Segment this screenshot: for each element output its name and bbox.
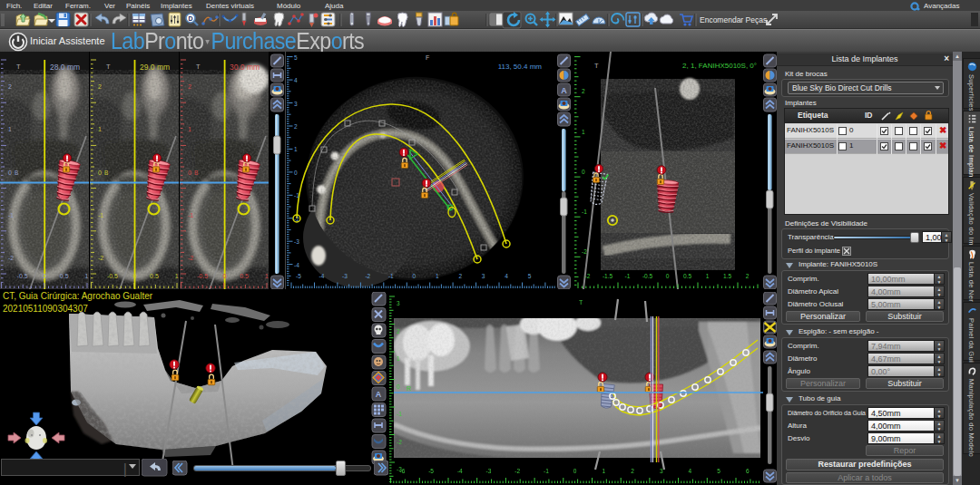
- svg-text:B: B: [194, 170, 198, 176]
- svg-text:4: 4: [294, 77, 298, 83]
- svg-text:2: 2: [397, 328, 400, 335]
- svg-text:3: 3: [482, 273, 485, 279]
- svg-text:1: 1: [602, 468, 605, 474]
- svg-text:-0.5: -0.5: [17, 273, 28, 279]
- svg-text:-1: -1: [625, 273, 631, 279]
- svg-text:0: 0: [294, 170, 298, 176]
- svg-text:29.0 mm: 29.0 mm: [140, 63, 170, 72]
- svg-text:-1: -1: [98, 212, 103, 218]
- svg-text:1: 1: [397, 355, 400, 362]
- svg-text:1: 1: [265, 273, 269, 279]
- svg-text:20210511090304307: 20210511090304307: [3, 304, 88, 314]
- svg-text:1: 1: [436, 273, 439, 279]
- svg-text:0: 0: [8, 170, 12, 176]
- svg-text:B: B: [15, 170, 18, 176]
- svg-text:-2: -2: [98, 255, 103, 261]
- svg-text:-3: -3: [342, 273, 348, 279]
- svg-text:R: R: [407, 385, 411, 392]
- svg-text:A: A: [376, 390, 382, 399]
- svg-text:T: T: [106, 63, 111, 71]
- svg-text:A: A: [561, 86, 567, 95]
- svg-text:1: 1: [98, 126, 102, 132]
- svg-text:2: 2: [582, 88, 585, 94]
- svg-text:-5: -5: [428, 468, 434, 474]
- svg-text:5: 5: [294, 54, 298, 61]
- svg-text:Encomendar Peças: Encomendar Peças: [700, 15, 767, 24]
- svg-text:3: 3: [660, 468, 663, 474]
- svg-text:30.0 mm: 30.0 mm: [230, 63, 260, 72]
- svg-text:-2: -2: [188, 255, 193, 261]
- svg-text:-6: -6: [400, 468, 406, 474]
- svg-text:2, 1, FANIHX5010S, 0°: 2, 1, FANIHX5010S, 0°: [682, 62, 757, 70]
- svg-text:0: 0: [412, 273, 416, 279]
- svg-text:0.5: 0.5: [683, 273, 691, 279]
- svg-text:-1: -1: [8, 212, 14, 218]
- svg-text:-1: -1: [188, 212, 193, 218]
- svg-text:6: 6: [746, 468, 750, 474]
- svg-text:2: 2: [631, 468, 634, 474]
- svg-text:2: 2: [458, 273, 462, 279]
- svg-text:-3: -3: [294, 238, 299, 245]
- svg-text:5: 5: [528, 273, 532, 279]
- svg-text:-1.5: -1.5: [603, 273, 613, 279]
- svg-text:-4: -4: [457, 468, 463, 474]
- svg-text:0.5: 0.5: [60, 273, 69, 279]
- svg-text:1: 1: [582, 129, 585, 135]
- svg-text:-2: -2: [585, 273, 591, 279]
- svg-text:-2: -2: [582, 248, 587, 255]
- svg-text:1: 1: [294, 146, 298, 152]
- svg-text:0: 0: [98, 170, 102, 176]
- svg-text:-2: -2: [294, 216, 299, 222]
- svg-text:1: 1: [188, 126, 191, 132]
- svg-text:0: 0: [43, 273, 46, 279]
- svg-text:5: 5: [717, 468, 720, 474]
- svg-text:-2: -2: [8, 255, 14, 261]
- svg-text:3: 3: [294, 101, 298, 107]
- svg-text:-1: -1: [388, 273, 394, 279]
- svg-text:1.5: 1.5: [723, 273, 731, 279]
- svg-text:F: F: [426, 54, 429, 61]
- svg-text:-1: -1: [544, 468, 549, 474]
- svg-text:T: T: [594, 62, 599, 70]
- svg-text:0.5: 0.5: [150, 273, 159, 279]
- svg-text:2: 2: [188, 83, 191, 90]
- svg-text:-4: -4: [294, 262, 299, 268]
- svg-text:1: 1: [8, 126, 12, 132]
- svg-text:0: 0: [397, 383, 400, 390]
- svg-text:0: 0: [133, 273, 137, 279]
- svg-text:28.0 mm: 28.0 mm: [50, 63, 80, 72]
- svg-text:2: 2: [294, 123, 298, 130]
- svg-text:B: B: [104, 170, 108, 176]
- svg-text:T: T: [579, 299, 583, 306]
- svg-text:4: 4: [505, 273, 508, 279]
- svg-text:-4: -4: [319, 273, 325, 279]
- svg-text:-2: -2: [365, 273, 370, 279]
- svg-text:0: 0: [666, 273, 670, 279]
- svg-text:T: T: [196, 63, 201, 71]
- svg-text:2: 2: [746, 273, 750, 279]
- svg-text:1: 1: [84, 273, 88, 279]
- svg-text:T: T: [16, 63, 21, 71]
- svg-text:-1: -1: [294, 192, 299, 199]
- svg-text:CT, Guia Cirúrgica: Agrochao G: CT, Guia Cirúrgica: Agrochao Gualter: [3, 291, 153, 301]
- svg-text:-0.5: -0.5: [197, 273, 208, 279]
- svg-text:-5: -5: [296, 273, 301, 279]
- svg-text:D: D: [188, 15, 192, 22]
- svg-text:3: 3: [397, 300, 400, 306]
- svg-text:4: 4: [689, 468, 692, 474]
- svg-text:-3: -3: [486, 468, 492, 474]
- svg-text:0: 0: [573, 468, 577, 474]
- svg-text:-1: -1: [397, 411, 402, 417]
- svg-text:0: 0: [223, 273, 227, 279]
- svg-text:113, 50.4 mm: 113, 50.4 mm: [498, 63, 543, 71]
- svg-text:-2: -2: [397, 439, 402, 445]
- svg-text:1: 1: [175, 273, 179, 279]
- svg-text:-2: -2: [514, 468, 520, 474]
- svg-text:2: 2: [8, 83, 12, 90]
- svg-text:-1: -1: [582, 209, 587, 215]
- svg-text:-0.5: -0.5: [107, 273, 118, 279]
- svg-text:0: 0: [582, 169, 585, 175]
- svg-text:1: 1: [706, 273, 710, 279]
- svg-text:0: 0: [188, 170, 191, 176]
- svg-text:-0.5: -0.5: [642, 273, 653, 279]
